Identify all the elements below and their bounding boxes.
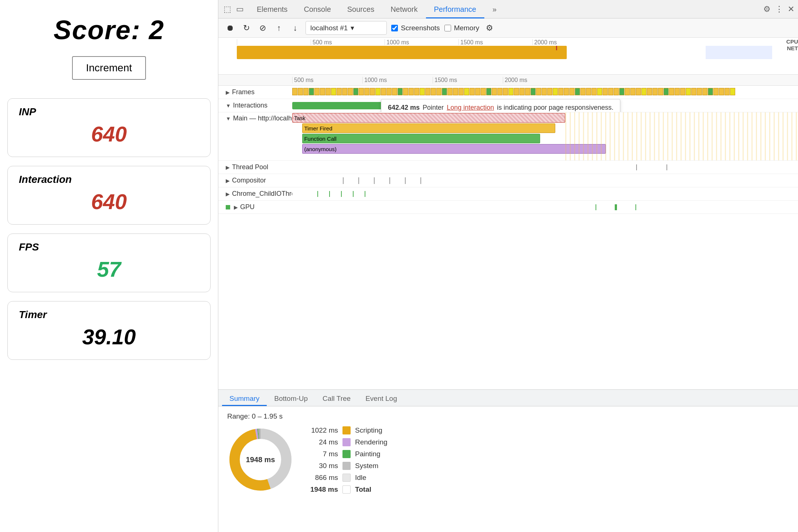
more-icon[interactable]: ⋮ (775, 4, 783, 14)
frames-label[interactable]: ▶ Frames (218, 87, 292, 98)
compositor-content (292, 174, 798, 187)
timeline-area: 500 ms 1000 ms 1500 ms 2000 ms CPU NET 5… (218, 38, 798, 532)
tab-network[interactable]: Network (382, 0, 426, 18)
tab-event-log[interactable]: Event Log (358, 391, 405, 406)
tab-summary[interactable]: Summary (222, 391, 267, 406)
tooltip-header: 642.42 ms Pointer Long interaction is in… (388, 104, 613, 112)
tl-ruler-500: 500 ms (292, 77, 362, 83)
ruler-mark-1000: 1000 ms (385, 39, 458, 45)
legend-color-idle (342, 474, 351, 482)
tab-more[interactable]: » (484, 0, 505, 18)
frame-block (580, 88, 586, 95)
tooltip-link[interactable]: Long interaction (447, 104, 494, 112)
legend-name-rendering: Rendering (355, 438, 388, 446)
summary-legend: 1022 ms Scripting 24 ms Rendering 7 ms P… (308, 426, 388, 494)
comp-tick5 (405, 177, 406, 184)
frame-block (447, 88, 453, 95)
tab-bottom-up[interactable]: Bottom-Up (267, 391, 315, 406)
tp-tick1 (636, 164, 637, 170)
url-text: localhost #1 (310, 24, 348, 32)
timeline-tracks[interactable]: ▶ Frames // Will be generated by JS belo… (218, 86, 798, 389)
score-title: Score: 2 (54, 15, 164, 45)
frames-arrow[interactable]: ▶ (226, 89, 230, 95)
legend-val-scripting: 1022 ms (308, 426, 338, 434)
main-arrow[interactable]: ▼ (226, 116, 231, 122)
main-track-label[interactable]: ▼ Main — http://localho (218, 112, 292, 124)
compositor-label[interactable]: ▶ Compositor (218, 175, 292, 186)
interactions-label[interactable]: ▼ Interactions (218, 100, 292, 111)
task-bar-function[interactable]: Function Call (302, 134, 540, 143)
reload-button[interactable]: ↻ (241, 22, 252, 34)
frame-block (370, 88, 375, 95)
frame-block (320, 88, 325, 95)
frame-block (420, 88, 425, 95)
frame-block (481, 88, 486, 95)
comp-tick2 (358, 177, 359, 184)
frames-label-text: Frames (232, 88, 255, 96)
legend-color-rendering (342, 438, 351, 446)
screenshots-checkbox[interactable] (391, 25, 398, 31)
memory-checkbox[interactable] (444, 25, 451, 31)
compositor-ticks (292, 174, 798, 187)
upload-button[interactable]: ↑ (273, 22, 285, 34)
thread-pool-arrow[interactable]: ▶ (226, 164, 230, 170)
metric-label-fps: FPS (19, 241, 199, 253)
main-track-content: Task Timer Fired Function Call (anonymou… (292, 112, 798, 160)
child-io-arrow[interactable]: ▶ (226, 191, 230, 197)
metric-label-inp: INP (19, 106, 199, 118)
tooltip-box: 642.42 ms Pointer Long interaction is in… (381, 99, 620, 112)
gpu-arrow[interactable]: ▶ (234, 204, 238, 210)
child-io-track: ▶ Chrome_ChildIOThread (218, 187, 798, 201)
frame-block (730, 88, 735, 95)
clear-button[interactable]: ⊘ (257, 22, 269, 34)
metric-value-interaction: 640 (19, 189, 199, 214)
overview-bar[interactable]: 500 ms 1000 ms 1500 ms 2000 ms CPU NET (218, 38, 798, 75)
settings-gear-icon[interactable]: ⚙ (484, 22, 495, 34)
frame-block (514, 88, 519, 95)
tl-ruler-2000: 2000 ms (503, 77, 573, 83)
thread-pool-label[interactable]: ▶ Thread Pool (218, 162, 292, 173)
compositor-arrow[interactable]: ▶ (226, 178, 230, 184)
increment-button[interactable]: Increment (72, 56, 146, 80)
frame-block (392, 88, 397, 95)
record-button[interactable]: ⏺ (224, 22, 236, 34)
close-icon[interactable]: ✕ (788, 4, 794, 14)
metric-label-timer: Timer (19, 309, 199, 321)
tab-elements[interactable]: Elements (249, 0, 296, 18)
frame-block (519, 88, 525, 95)
download-button[interactable]: ↓ (289, 22, 301, 34)
frame-block (542, 88, 547, 95)
tab-call-tree[interactable]: Call Tree (315, 391, 358, 406)
gpu-tick1 (596, 204, 596, 210)
frame-block (348, 88, 353, 95)
task-bar-timer[interactable]: Timer Fired (302, 123, 555, 133)
metric-value-timer: 39.10 (19, 324, 199, 349)
comp-tick6 (420, 177, 421, 184)
device-icon[interactable]: ▭ (235, 4, 245, 14)
comp-tick3 (374, 177, 375, 184)
frame-block (697, 88, 702, 95)
frame-block (464, 88, 469, 95)
tab-sources[interactable]: Sources (339, 0, 382, 18)
tab-performance[interactable]: Performance (426, 0, 485, 18)
gpu-tick3 (635, 204, 636, 210)
legend-val-system: 30 ms (308, 462, 338, 470)
legend-name-total: Total (355, 485, 371, 494)
settings-icon[interactable]: ⚙ (763, 4, 771, 14)
frame-block (608, 88, 613, 95)
legend-name-scripting: Scripting (355, 426, 382, 434)
legend-val-painting: 7 ms (308, 450, 338, 458)
frame-block (503, 88, 508, 95)
inspect-icon[interactable]: ⬚ (222, 4, 232, 14)
tab-console[interactable]: Console (296, 0, 339, 18)
gpu-label[interactable]: ▶ GPU (218, 202, 292, 212)
screenshots-checkbox-group: Screenshots (391, 24, 440, 32)
task-bar-task[interactable]: Task (292, 113, 565, 123)
tp-tick2 (666, 164, 667, 170)
chevron-down-icon: ▾ (351, 24, 354, 32)
url-dropdown[interactable]: localhost #1 ▾ (306, 21, 387, 35)
frame-block (630, 88, 635, 95)
child-io-label[interactable]: ▶ Chrome_ChildIOThread (218, 188, 292, 199)
interactions-arrow[interactable]: ▼ (226, 103, 231, 109)
task-bar-anonymous[interactable]: (anonymous) (302, 144, 606, 154)
